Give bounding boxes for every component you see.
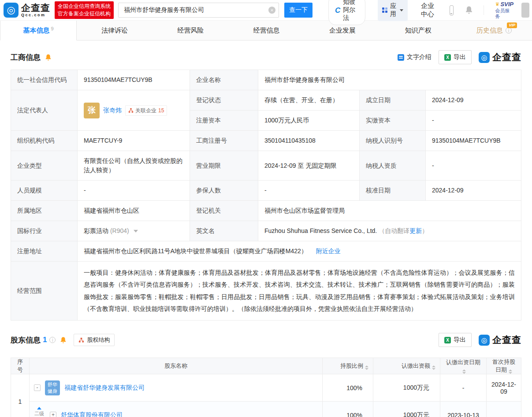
enterprise-center-link[interactable]: 企业中心 xyxy=(421,2,437,18)
chevron-down-icon xyxy=(400,9,403,11)
legal-rep-link[interactable]: 张奇炜 xyxy=(103,106,122,115)
shareholder-link[interactable]: 舒华体育股份有限公司 xyxy=(61,411,123,417)
side-widget[interactable] xyxy=(521,3,529,18)
legal-rep-avatar: 张 xyxy=(84,103,100,118)
text-intro-button[interactable]: 文字介绍 xyxy=(398,53,432,61)
field-label: 英文名 xyxy=(190,221,258,241)
tab-basic-info[interactable]: 基本信息 9 xyxy=(0,21,77,41)
ratio-value: 100% xyxy=(323,402,373,417)
org-chart-icon xyxy=(128,108,134,113)
field-label: 企业类型 xyxy=(11,151,78,181)
col-header-amount[interactable]: 认缴出资额 xyxy=(373,358,440,374)
search-button[interactable]: 查一下 xyxy=(284,3,313,18)
translate-update-link[interactable]: 更新 xyxy=(409,227,422,234)
search-input[interactable] xyxy=(118,3,279,18)
reg-capital-value: 1000万元人民币 xyxy=(258,111,360,131)
tab-basic-info-count: 9 xyxy=(51,26,54,31)
triangle-up-icon[interactable] xyxy=(37,407,41,410)
document-icon xyxy=(398,54,404,61)
search-box: × xyxy=(118,3,279,18)
shareholders-count: 1 xyxy=(43,336,47,344)
monitor-bell-icon[interactable] xyxy=(60,336,67,344)
info-icon[interactable]: i xyxy=(49,337,56,343)
date-value: - xyxy=(440,374,487,402)
mobile-app-icon[interactable] xyxy=(450,5,454,15)
shareholder-name-cell: - 舒华健身 福建省舒华健身发展有限公司 xyxy=(30,374,323,402)
company-name-value: 福州市舒华健身服务有限公司 xyxy=(258,70,521,90)
amount-value: 1000万元 xyxy=(373,402,440,417)
clear-search-icon[interactable]: × xyxy=(268,7,275,14)
org-chart-icon xyxy=(78,337,84,343)
sort-icon[interactable] xyxy=(432,365,435,370)
shareholder-row: 1 - 舒华健身 福建省舒华健身发展有限公司 100% 1000万元 - 202… xyxy=(11,374,521,402)
industry-value: 彩票活动 (R904) xyxy=(78,221,190,241)
zhibi-alpha-icon: C xyxy=(335,7,340,14)
field-label: 所属地区 xyxy=(11,201,78,221)
reg-status-value: 存续（在营、开业、在册） xyxy=(258,90,360,111)
export-button[interactable]: X 导出 xyxy=(439,333,472,347)
related-companies-tag[interactable]: 关联企业 15 xyxy=(125,105,167,116)
english-name-value: Fuzhou Shuhua Fitness Service Co., Ltd. … xyxy=(258,221,521,241)
field-label: 注册资本 xyxy=(190,111,258,131)
company-type-value: 有限责任公司（自然人投资或控股的法人独资） xyxy=(78,151,190,181)
qcc-logo-icon: ◎ xyxy=(4,3,19,18)
business-info-table: 统一社会信用代码 91350104MAE7TCUY9B 企业名称 福州市舒华健身… xyxy=(11,70,521,321)
org-code-value: MAE7TCUY-9 xyxy=(78,131,190,151)
secondary-shareholder-tag: 二级股东 xyxy=(34,407,45,417)
sort-icon[interactable] xyxy=(462,369,466,374)
chevron-down-icon[interactable] xyxy=(134,230,138,232)
field-label: 工商注册号 xyxy=(190,131,258,151)
sort-icon[interactable] xyxy=(365,365,368,370)
apps-menu-button[interactable]: 应用 xyxy=(378,0,408,21)
export-button[interactable]: X 导出 xyxy=(439,50,472,64)
field-label: 实缴资本 xyxy=(360,111,426,131)
staff-size-value: - xyxy=(78,181,190,201)
vip-badge: VIP xyxy=(507,22,517,28)
tab-history-info[interactable]: VIP 历史信息 i xyxy=(456,21,532,40)
qcc-watermark-icon: ◎ xyxy=(479,335,490,346)
tab-operation-info[interactable]: 经营信息 xyxy=(228,21,304,40)
credit-code-value: 91350104MAE7TCUY9B xyxy=(78,70,190,90)
qcc-watermark: ◎ 企查查 xyxy=(479,51,521,63)
section-tabbar: 基本信息 9 法律诉讼 经营风险 经营信息 企业发展 知识产权 VIP 历史信息… xyxy=(0,20,532,41)
equity-structure-button[interactable]: 股权结构 xyxy=(74,334,115,346)
date-value: 2023-10-13 xyxy=(440,402,487,417)
amount-value: 1000万元 xyxy=(373,374,440,402)
field-label: 人员规模 xyxy=(11,181,78,201)
tab-operation-risk[interactable]: 经营风险 xyxy=(153,21,228,40)
expand-expander[interactable]: + xyxy=(50,412,56,417)
shareholders-header: 股东信息 1 i 股权结构 X 导出 ◎ 企查查 xyxy=(0,321,532,352)
field-label: 纳税人资质 xyxy=(360,151,426,181)
col-header-first-date[interactable]: 首次持股日期 xyxy=(487,358,521,374)
top-header: ◎ 企查查 Qcc.com 全国企业信用查询系统 官方备案企业征信机构 × 查一… xyxy=(0,0,532,20)
info-icon[interactable]: i xyxy=(506,27,512,33)
tab-company-development[interactable]: 企业发展 xyxy=(305,21,380,40)
qcc-company-page: ◎ 企查查 Qcc.com 全国企业信用查询系统 官方备案企业征信机构 × 查一… xyxy=(0,0,532,417)
svip-member-button[interactable]: ♛SVIP 会员服务 xyxy=(495,1,514,19)
paid-capital-value: - xyxy=(426,111,521,131)
monitor-bell-icon[interactable] xyxy=(45,54,52,61)
ratio-value: 100% xyxy=(323,374,373,402)
tab-intellectual-property[interactable]: 知识产权 xyxy=(380,21,456,40)
table-row: 统一社会信用代码 91350104MAE7TCUY9B 企业名称 福州市舒华健身… xyxy=(11,70,521,90)
collapse-expander[interactable]: - xyxy=(34,384,41,391)
col-header-date[interactable]: 认缴出资日期 xyxy=(440,358,487,374)
qcc-logo[interactable]: ◎ 企查查 Qcc.com xyxy=(4,3,50,18)
crown-icon: ♛ xyxy=(495,1,500,7)
sort-icon[interactable] xyxy=(509,369,512,374)
qcc-watermark-icon: ◎ xyxy=(479,52,490,63)
registry-value: 福州市仓山区市场监督管理局 xyxy=(258,201,521,221)
field-label: 核准日期 xyxy=(360,181,426,201)
field-label: 组织机构代码 xyxy=(11,131,78,151)
qcc-watermark: ◎ 企查查 xyxy=(479,334,521,346)
shareholder-avatar: 舒华健身 xyxy=(45,380,60,395)
table-row: 经营范围 一般项目：健身休闲活动；体育健康服务；体育用品及器材批发；体育用品及器… xyxy=(11,262,521,321)
business-info-title: 工商信息 xyxy=(11,52,41,63)
notifications-bell-icon[interactable] xyxy=(465,6,473,15)
official-credit-badge: 全国企业信用查询系统 官方备案企业征信机构 xyxy=(55,1,114,19)
tab-legal-litigation[interactable]: 法律诉讼 xyxy=(77,21,153,40)
nearby-companies-link[interactable]: 附近企业 xyxy=(316,247,341,255)
shareholder-link[interactable]: 福建省舒华健身发展有限公司 xyxy=(64,384,145,392)
table-row: 企业类型 有限责任公司（自然人投资或控股的法人独资） 营业期限 2024-12-… xyxy=(11,151,521,181)
col-header-ratio[interactable]: 持股比例 xyxy=(323,358,373,374)
